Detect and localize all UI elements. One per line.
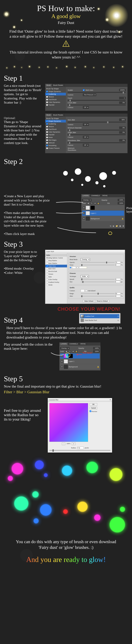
outro-text: You can do this with any type of brush o… — [12, 539, 120, 550]
step5-text: Now the final and important step to get … — [4, 384, 128, 388]
layer-row[interactable]: 👁Background🔒 — [82, 216, 124, 221]
layer-style-dialog: Layer Style Styles Blending Options: Cus… — [45, 250, 125, 304]
svg-point-1 — [66, 46, 66, 46]
shape-dynamics-item[interactable]: Shape Dynamics — [45, 90, 66, 93]
eye-icon: 👁 — [83, 206, 85, 209]
gaussian-preview — [49, 403, 88, 442]
cancel-button[interactable]: Cancel — [90, 407, 97, 409]
scatter-value: 1000% — [119, 89, 126, 91]
paint-bucket-icon — [81, 319, 84, 322]
page-subtitle: A good glow — [4, 13, 128, 20]
layers-panel-mini: LAYERS CHANNELS PATHS OverlayOpacity:100… — [59, 342, 100, 370]
brush-tab[interactable]: Brush — [45, 114, 52, 116]
brush-presets-tab[interactable]: Brush Presets — [52, 114, 64, 116]
zoom-out-button[interactable]: - — [62, 442, 65, 445]
brush-panel-shape: Brush Brush Presets Brush Tip Shape Shap… — [45, 114, 128, 153]
folder-icon[interactable]: 📁 — [116, 225, 118, 227]
gaussian-blur-dialog: Gaussian Blur✕ - 100% + OK Cancel Previe… — [48, 398, 112, 452]
step3-text: On your pixie layer to to 'Layer style' … — [4, 250, 42, 304]
dialog-title: Gaussian Blur — [49, 399, 58, 401]
radius-slider[interactable] — [49, 450, 110, 451]
page-title: PS How to make: — [4, 4, 128, 13]
glow-result-example — [4, 458, 128, 535]
step1-text: Get a nice round brush (not feathered) A… — [4, 84, 42, 111]
brush-tip-shape-item[interactable]: Brush Tip Shape — [45, 87, 66, 90]
brush-tab[interactable]: Brush — [45, 84, 52, 87]
count-jitter-control[interactable]: Off — [83, 106, 89, 109]
count-jitter-slider[interactable] — [68, 104, 126, 105]
dual-brush-item[interactable]: Dual Brush — [45, 98, 66, 101]
step5-heading: Step 5 — [4, 374, 128, 383]
both-axes-checkbox[interactable] — [83, 89, 84, 91]
radius-input[interactable] — [77, 447, 84, 449]
scatter-slider[interactable] — [68, 92, 126, 93]
gradient-swatch[interactable] — [79, 266, 87, 268]
ok-button[interactable]: OK — [90, 403, 97, 406]
lock-icon: 🔒 — [122, 218, 124, 220]
close-icon[interactable]: ✕ — [110, 399, 111, 401]
warning-icon — [4, 40, 128, 48]
intro-note: This tutorial involves using the brush o… — [9, 50, 123, 60]
dialog-title: Layer Style — [45, 250, 125, 253]
not-here-annotation: Not here! — [82, 351, 92, 354]
step4-heading: Step 4 — [4, 316, 23, 324]
step5-feel-free: Feel free to play around with the Radius… — [4, 408, 42, 422]
scattering-item[interactable]: Scattering — [45, 93, 66, 96]
step1-optional: Optional: Then go to 'Shape Dynamics' An… — [4, 114, 42, 153]
new-layer-icon[interactable]: ▣ — [119, 225, 121, 227]
brush-presets-tab[interactable]: Brush Presets — [52, 84, 64, 87]
fairy-lights-divider — [4, 64, 128, 70]
scatter-control-select[interactable]: Pen Pressure — [83, 94, 96, 96]
texture-item[interactable]: Texture — [45, 96, 66, 98]
intro-text: Find that 'Outer glow' to look a little … — [9, 29, 123, 39]
trash-icon[interactable]: 🗑 — [122, 225, 124, 227]
fx-icon[interactable]: fx — [110, 225, 111, 227]
make-default-button[interactable]: Make Default — [83, 300, 95, 302]
rainbow-closing: And you are ready to glow! — [4, 556, 128, 564]
step4-text: Here you'll have to choose if you want t… — [6, 326, 126, 340]
mask-icon[interactable]: ◐ — [113, 225, 114, 227]
layer-row[interactable]: 👁Layer 1 — [82, 210, 124, 216]
color-swatch[interactable] — [72, 266, 76, 268]
step2-heading: Step 2 — [4, 157, 128, 166]
reset-default-button[interactable]: Reset to Default — [95, 300, 109, 302]
gradient-tool-icon — [81, 315, 84, 318]
zoom-in-button[interactable]: + — [72, 442, 76, 445]
step2-text: •Create a New Layer and play around with… — [4, 194, 50, 236]
count-slider[interactable] — [68, 100, 126, 101]
brush-options-list: Brush Tip Shape Shape Dynamics Scatterin… — [45, 87, 66, 111]
pixie-layer-annotation: Pixie layer — [126, 206, 132, 213]
tool-flyout: Gradient ToolG Paint Bucket ToolG — [79, 313, 120, 324]
step3-heading: Step 3 — [4, 240, 128, 248]
paint-bucket-item[interactable]: Paint Bucket ToolG — [80, 318, 119, 322]
layer-row[interactable]: 👁 — [82, 205, 124, 210]
scatter-label: Scatter — [68, 89, 82, 91]
step5-menu-path: Filter > Blur > Gaussian Blur — [4, 390, 128, 394]
gradient-tool-item[interactable]: Gradient ToolG — [80, 314, 119, 318]
pixie-dust-example — [56, 167, 120, 193]
color-dynamics-item[interactable]: Color Dynamics — [45, 101, 66, 104]
brush-panel-scattering: Brush Brush Presets Brush Tip Shape Shap… — [45, 84, 128, 111]
layers-panel: LAYERS CHANNELS PATHS OverlayOpacity:100… — [81, 194, 125, 228]
choose-weapon-heading: CHOOSE YOUR WEAPON! — [4, 306, 120, 312]
byline: Fairy Dust — [4, 20, 128, 25]
step1-heading: Step 1 — [4, 74, 128, 82]
eye-icon: 👁 — [83, 218, 85, 220]
preview-checkbox[interactable] — [90, 410, 91, 412]
step4-play-text: Play around with the colors in the mask … — [4, 342, 56, 350]
transfer-item[interactable]: Transfer — [45, 104, 66, 106]
blend-mode-select[interactable]: Overlay — [81, 258, 90, 261]
